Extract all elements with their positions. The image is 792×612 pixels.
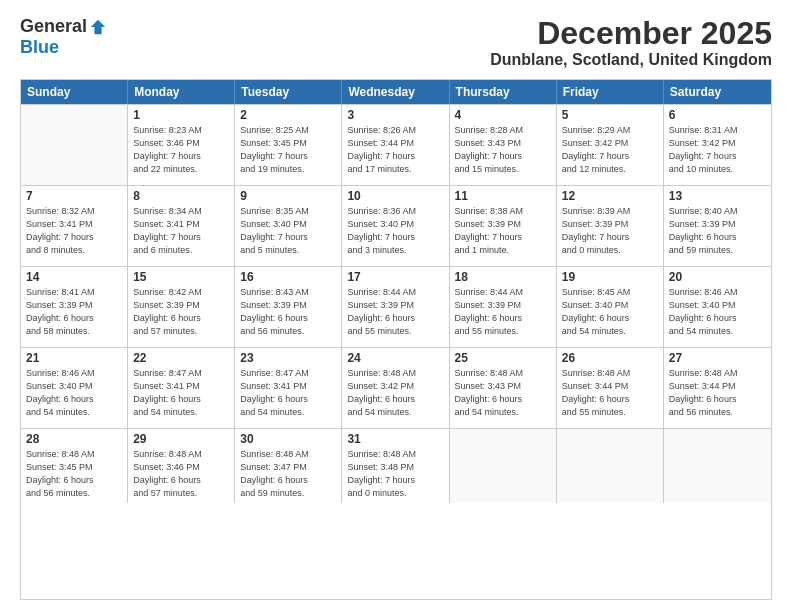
day-number: 17 [347, 270, 443, 284]
day-cell-12: 12Sunrise: 8:39 AMSunset: 3:39 PMDayligh… [557, 186, 664, 266]
day-cell-1: 1Sunrise: 8:23 AMSunset: 3:46 PMDaylight… [128, 105, 235, 185]
empty-cell [21, 105, 128, 185]
day-number: 20 [669, 270, 766, 284]
day-number: 4 [455, 108, 551, 122]
day-info: Sunrise: 8:34 AMSunset: 3:41 PMDaylight:… [133, 205, 229, 257]
day-info: Sunrise: 8:48 AMSunset: 3:44 PMDaylight:… [669, 367, 766, 419]
day-info: Sunrise: 8:31 AMSunset: 3:42 PMDaylight:… [669, 124, 766, 176]
header-day-wednesday: Wednesday [342, 80, 449, 104]
day-number: 27 [669, 351, 766, 365]
day-number: 14 [26, 270, 122, 284]
day-number: 19 [562, 270, 658, 284]
logo: General Blue [20, 16, 107, 58]
day-info: Sunrise: 8:40 AMSunset: 3:39 PMDaylight:… [669, 205, 766, 257]
empty-cell [450, 429, 557, 503]
empty-cell [557, 429, 664, 503]
day-info: Sunrise: 8:25 AMSunset: 3:45 PMDaylight:… [240, 124, 336, 176]
header-day-friday: Friday [557, 80, 664, 104]
day-cell-23: 23Sunrise: 8:47 AMSunset: 3:41 PMDayligh… [235, 348, 342, 428]
day-number: 18 [455, 270, 551, 284]
day-number: 8 [133, 189, 229, 203]
day-info: Sunrise: 8:48 AMSunset: 3:48 PMDaylight:… [347, 448, 443, 500]
calendar-row-3: 14Sunrise: 8:41 AMSunset: 3:39 PMDayligh… [21, 266, 771, 347]
day-number: 10 [347, 189, 443, 203]
day-cell-26: 26Sunrise: 8:48 AMSunset: 3:44 PMDayligh… [557, 348, 664, 428]
day-cell-22: 22Sunrise: 8:47 AMSunset: 3:41 PMDayligh… [128, 348, 235, 428]
empty-cell [664, 429, 771, 503]
svg-marker-0 [91, 19, 105, 33]
day-number: 24 [347, 351, 443, 365]
calendar-row-1: 1Sunrise: 8:23 AMSunset: 3:46 PMDaylight… [21, 104, 771, 185]
day-info: Sunrise: 8:39 AMSunset: 3:39 PMDaylight:… [562, 205, 658, 257]
day-number: 16 [240, 270, 336, 284]
day-info: Sunrise: 8:32 AMSunset: 3:41 PMDaylight:… [26, 205, 122, 257]
day-number: 30 [240, 432, 336, 446]
day-number: 7 [26, 189, 122, 203]
day-number: 26 [562, 351, 658, 365]
day-cell-11: 11Sunrise: 8:38 AMSunset: 3:39 PMDayligh… [450, 186, 557, 266]
day-number: 9 [240, 189, 336, 203]
day-number: 3 [347, 108, 443, 122]
day-info: Sunrise: 8:28 AMSunset: 3:43 PMDaylight:… [455, 124, 551, 176]
day-info: Sunrise: 8:48 AMSunset: 3:44 PMDaylight:… [562, 367, 658, 419]
day-cell-18: 18Sunrise: 8:44 AMSunset: 3:39 PMDayligh… [450, 267, 557, 347]
day-number: 6 [669, 108, 766, 122]
day-info: Sunrise: 8:47 AMSunset: 3:41 PMDaylight:… [133, 367, 229, 419]
day-cell-21: 21Sunrise: 8:46 AMSunset: 3:40 PMDayligh… [21, 348, 128, 428]
day-cell-31: 31Sunrise: 8:48 AMSunset: 3:48 PMDayligh… [342, 429, 449, 503]
day-number: 25 [455, 351, 551, 365]
day-cell-24: 24Sunrise: 8:48 AMSunset: 3:42 PMDayligh… [342, 348, 449, 428]
day-number: 12 [562, 189, 658, 203]
day-cell-9: 9Sunrise: 8:35 AMSunset: 3:40 PMDaylight… [235, 186, 342, 266]
day-info: Sunrise: 8:46 AMSunset: 3:40 PMDaylight:… [669, 286, 766, 338]
day-info: Sunrise: 8:36 AMSunset: 3:40 PMDaylight:… [347, 205, 443, 257]
day-info: Sunrise: 8:48 AMSunset: 3:46 PMDaylight:… [133, 448, 229, 500]
month-title: December 2025 [490, 16, 772, 51]
header: General Blue December 2025 Dunblane, Sco… [20, 16, 772, 69]
day-cell-25: 25Sunrise: 8:48 AMSunset: 3:43 PMDayligh… [450, 348, 557, 428]
day-info: Sunrise: 8:41 AMSunset: 3:39 PMDaylight:… [26, 286, 122, 338]
day-info: Sunrise: 8:45 AMSunset: 3:40 PMDaylight:… [562, 286, 658, 338]
day-info: Sunrise: 8:48 AMSunset: 3:47 PMDaylight:… [240, 448, 336, 500]
day-info: Sunrise: 8:43 AMSunset: 3:39 PMDaylight:… [240, 286, 336, 338]
day-cell-3: 3Sunrise: 8:26 AMSunset: 3:44 PMDaylight… [342, 105, 449, 185]
header-day-monday: Monday [128, 80, 235, 104]
day-cell-13: 13Sunrise: 8:40 AMSunset: 3:39 PMDayligh… [664, 186, 771, 266]
day-info: Sunrise: 8:38 AMSunset: 3:39 PMDaylight:… [455, 205, 551, 257]
day-info: Sunrise: 8:44 AMSunset: 3:39 PMDaylight:… [347, 286, 443, 338]
day-cell-30: 30Sunrise: 8:48 AMSunset: 3:47 PMDayligh… [235, 429, 342, 503]
day-info: Sunrise: 8:46 AMSunset: 3:40 PMDaylight:… [26, 367, 122, 419]
day-info: Sunrise: 8:35 AMSunset: 3:40 PMDaylight:… [240, 205, 336, 257]
header-day-saturday: Saturday [664, 80, 771, 104]
day-number: 31 [347, 432, 443, 446]
day-number: 21 [26, 351, 122, 365]
day-number: 5 [562, 108, 658, 122]
day-number: 13 [669, 189, 766, 203]
calendar-header: SundayMondayTuesdayWednesdayThursdayFrid… [21, 80, 771, 104]
calendar-row-2: 7Sunrise: 8:32 AMSunset: 3:41 PMDaylight… [21, 185, 771, 266]
header-day-tuesday: Tuesday [235, 80, 342, 104]
day-info: Sunrise: 8:23 AMSunset: 3:46 PMDaylight:… [133, 124, 229, 176]
day-info: Sunrise: 8:48 AMSunset: 3:43 PMDaylight:… [455, 367, 551, 419]
header-day-thursday: Thursday [450, 80, 557, 104]
logo-blue: Blue [20, 37, 59, 58]
calendar-page: General Blue December 2025 Dunblane, Sco… [0, 0, 792, 612]
day-cell-14: 14Sunrise: 8:41 AMSunset: 3:39 PMDayligh… [21, 267, 128, 347]
calendar-row-5: 28Sunrise: 8:48 AMSunset: 3:45 PMDayligh… [21, 428, 771, 503]
day-cell-8: 8Sunrise: 8:34 AMSunset: 3:41 PMDaylight… [128, 186, 235, 266]
day-info: Sunrise: 8:29 AMSunset: 3:42 PMDaylight:… [562, 124, 658, 176]
day-cell-2: 2Sunrise: 8:25 AMSunset: 3:45 PMDaylight… [235, 105, 342, 185]
day-cell-10: 10Sunrise: 8:36 AMSunset: 3:40 PMDayligh… [342, 186, 449, 266]
day-info: Sunrise: 8:48 AMSunset: 3:42 PMDaylight:… [347, 367, 443, 419]
day-cell-6: 6Sunrise: 8:31 AMSunset: 3:42 PMDaylight… [664, 105, 771, 185]
day-number: 28 [26, 432, 122, 446]
day-number: 11 [455, 189, 551, 203]
day-info: Sunrise: 8:26 AMSunset: 3:44 PMDaylight:… [347, 124, 443, 176]
day-cell-29: 29Sunrise: 8:48 AMSunset: 3:46 PMDayligh… [128, 429, 235, 503]
day-cell-27: 27Sunrise: 8:48 AMSunset: 3:44 PMDayligh… [664, 348, 771, 428]
day-number: 15 [133, 270, 229, 284]
day-cell-16: 16Sunrise: 8:43 AMSunset: 3:39 PMDayligh… [235, 267, 342, 347]
day-cell-17: 17Sunrise: 8:44 AMSunset: 3:39 PMDayligh… [342, 267, 449, 347]
header-day-sunday: Sunday [21, 80, 128, 104]
day-cell-28: 28Sunrise: 8:48 AMSunset: 3:45 PMDayligh… [21, 429, 128, 503]
